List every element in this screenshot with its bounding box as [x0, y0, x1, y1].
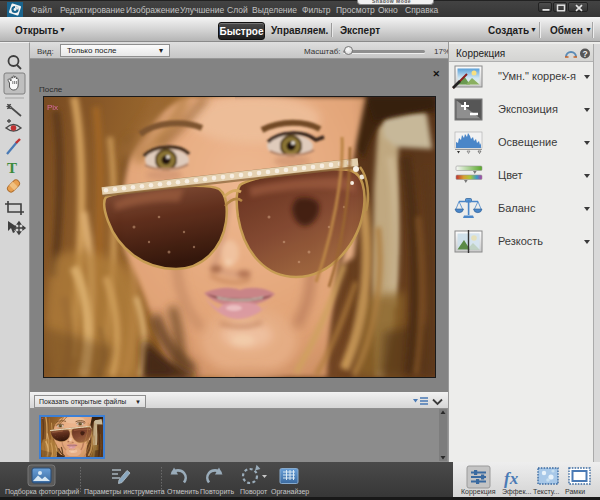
svg-text:Pix: Pix: [47, 103, 58, 112]
svg-text:T: T: [7, 160, 17, 176]
svg-text:?: ?: [583, 49, 588, 59]
svg-text:fx: fx: [504, 469, 519, 488]
